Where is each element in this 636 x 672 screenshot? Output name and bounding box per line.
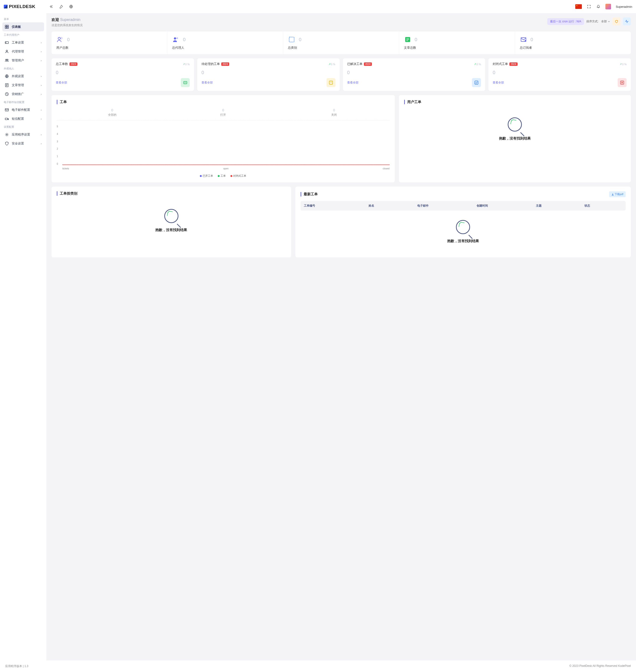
- stat-value: 0: [531, 37, 533, 42]
- sidebar-item[interactable]: 营销推广›: [2, 90, 44, 99]
- svg-point-16: [60, 37, 62, 39]
- ticket-stat-tab[interactable]: 0打开: [167, 108, 278, 117]
- table-column-header: 状态: [584, 204, 622, 208]
- card-title: 已解决工单 2024: [347, 62, 372, 66]
- user-avatar[interactable]: [605, 4, 611, 9]
- summary-card: 封闭式工单 2024↗ 0 %0查看全部: [489, 58, 631, 91]
- tab-value: 0: [279, 108, 390, 112]
- promo-icon: [5, 92, 9, 96]
- fullscreen-icon[interactable]: [587, 4, 591, 9]
- latest-tickets-panel: 最新工单 下载pdf 工单编号姓名电子邮件创建时间主题状态 抱歉，没有找到结果: [295, 187, 631, 258]
- sidebar-item[interactable]: 仪表板: [2, 22, 44, 31]
- tab-value: 0: [167, 108, 278, 112]
- year-badge: 2024: [509, 62, 517, 66]
- table-header: 工单编号姓名电子邮件创建时间主题状态: [301, 201, 625, 210]
- sidebar-item-label: 工单设置: [12, 40, 24, 45]
- bell-icon[interactable]: [596, 4, 601, 9]
- card-icon: [472, 78, 481, 87]
- footer: 应用程序版本 | 1.3 © 2023 PixelDesk All Rights…: [0, 660, 636, 672]
- tickets-by-category-panel: 工单按类别 抱歉，没有找到结果: [52, 187, 291, 258]
- topbar: PIXELDESK Superadmin: [0, 0, 636, 13]
- percent-change: ↗ 0 %: [183, 63, 190, 66]
- sidebar-item-label: 电子邮件配置: [12, 108, 30, 112]
- chevron-right-icon: ›: [41, 108, 42, 111]
- sidebar-item[interactable]: 代理管理›: [2, 47, 44, 56]
- view-all-link[interactable]: 查看全部: [493, 81, 504, 85]
- svg-point-14: [6, 134, 7, 135]
- table-column-header: 工单编号: [304, 204, 369, 208]
- percent-change: ↗ 0 %: [620, 63, 627, 66]
- year-badge: 2024: [364, 62, 372, 66]
- empty-text: 抱歉，没有找到结果: [155, 228, 187, 232]
- card-icon: [618, 78, 627, 87]
- svg-point-15: [58, 37, 60, 40]
- stat-label: 文章总数: [404, 46, 510, 50]
- svg-point-22: [525, 40, 526, 42]
- tab-label: 打开: [167, 113, 278, 117]
- chevron-right-icon: ›: [41, 117, 42, 120]
- empty-text: 抱歉，没有找到结果: [447, 239, 479, 243]
- brand-text: PIXELDESK: [9, 4, 35, 9]
- sidebar-item[interactable]: 电子邮件配置›: [2, 105, 44, 114]
- chevron-right-icon: ›: [41, 50, 42, 53]
- language-flag[interactable]: [575, 4, 582, 9]
- search-empty-icon: [164, 209, 178, 223]
- sidebar-item-label: 应用程序设置: [12, 133, 30, 137]
- sort-select[interactable]: 排序方式: 全部: [587, 20, 610, 23]
- stat-value: 0: [67, 37, 70, 42]
- dashboard-icon: [5, 25, 9, 29]
- brand-logo[interactable]: PIXELDESK: [4, 4, 44, 9]
- view-all-link[interactable]: 查看全部: [201, 81, 213, 85]
- ticket-stat-tab[interactable]: 0关闭: [279, 108, 390, 117]
- user-name[interactable]: Superadmin: [616, 5, 632, 8]
- agent-icon: [5, 49, 9, 54]
- users-icon: [5, 58, 9, 63]
- stat-value: 0: [183, 37, 185, 42]
- stat-label: 总代理人: [172, 46, 278, 50]
- svg-rect-19: [289, 37, 294, 42]
- summary-card: 待处理的工单 2024↗ 0 %0查看全部: [197, 58, 340, 91]
- top-stat: 0文章总数: [399, 32, 515, 54]
- sidebar-item[interactable]: 管理用户›: [2, 56, 44, 65]
- sidebar-item-label: 外观设置: [12, 74, 24, 78]
- table-column-header: 主题: [536, 204, 584, 208]
- sidebar-item[interactable]: 工单设置›: [2, 38, 44, 47]
- search-empty-icon: [508, 117, 522, 131]
- sidebar-item[interactable]: 应用程序设置›: [2, 130, 44, 139]
- download-pdf-button[interactable]: 下载pdf: [609, 191, 625, 197]
- stat-label: 总类别: [288, 46, 394, 50]
- sidebar-item[interactable]: 短信配置›: [2, 114, 44, 123]
- globe-icon: [5, 74, 9, 78]
- svg-rect-13: [5, 118, 7, 120]
- tab-value: 0: [57, 108, 167, 112]
- eraser-icon[interactable]: [59, 4, 63, 9]
- refresh-button[interactable]: [613, 17, 620, 25]
- shield-icon: [5, 141, 9, 146]
- svg-point-7: [6, 59, 7, 60]
- svg-point-17: [174, 37, 176, 40]
- view-all-link[interactable]: 查看全部: [347, 81, 358, 85]
- sms-icon: [5, 117, 9, 121]
- sidebar-item[interactable]: 外观设置›: [2, 72, 44, 81]
- svg-rect-5: [5, 42, 8, 43]
- percent-change: ↗ 0 %: [474, 63, 481, 66]
- ticket-stat-tab[interactable]: 0全部的: [57, 108, 167, 117]
- globe-icon[interactable]: [69, 4, 74, 9]
- page-subtitle: 这是您的系统发生的情况: [52, 23, 83, 27]
- card-title: 总工单数 2024: [56, 62, 77, 66]
- view-all-link[interactable]: 查看全部: [56, 81, 67, 85]
- legend-item: 封闭式工单: [231, 174, 246, 178]
- sidebar-section-label: 电子邮件短信配置: [2, 99, 44, 105]
- card-icon: [181, 78, 190, 87]
- chevron-right-icon: ›: [41, 93, 42, 96]
- stat-icon: [288, 36, 295, 43]
- sidebar-item-label: 营销推广: [12, 92, 24, 96]
- article-icon: [5, 83, 9, 87]
- sidebar-item[interactable]: 文章管理›: [2, 81, 44, 90]
- pulse-button[interactable]: [623, 17, 631, 25]
- sidebar-item[interactable]: 安全设置›: [2, 139, 44, 148]
- card-value: 0: [493, 70, 627, 75]
- sidebar-item-label: 短信配置: [12, 117, 24, 121]
- collapse-sidebar-button[interactable]: [49, 4, 54, 9]
- panel-title: 用户工单: [404, 100, 625, 104]
